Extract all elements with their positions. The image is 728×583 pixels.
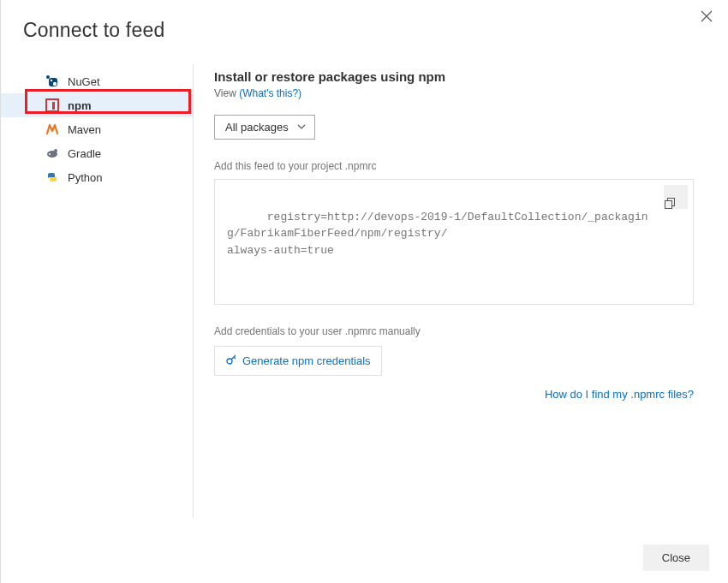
svg-point-1 (46, 75, 50, 79)
find-npmrc-help-link[interactable]: How do I find my .npmrc files? (545, 388, 694, 401)
nuget-icon (45, 74, 59, 88)
sidebar-item-label: Maven (68, 123, 101, 136)
main-heading: Install or restore packages using npm (214, 69, 694, 84)
sidebar-item-nuget[interactable]: NuGet (1, 69, 193, 93)
chevron-down-icon (297, 122, 306, 133)
svg-point-8 (49, 153, 51, 155)
npm-icon (45, 98, 59, 112)
generate-credentials-label: Generate npm credentials (242, 354, 371, 367)
sidebar-item-npm[interactable]: npm (1, 93, 193, 117)
packages-dropdown[interactable]: All packages (214, 115, 315, 140)
npmrc-code-block: registry=http://devops-2019-1/DefaultCol… (214, 179, 694, 305)
main-panel: Install or restore packages using npm Vi… (194, 64, 728, 518)
svg-point-2 (53, 82, 57, 86)
sidebar-item-label: npm (68, 99, 91, 112)
close-button[interactable]: Close (643, 544, 709, 571)
dialog-title: Connect to feed (1, 0, 728, 42)
svg-point-7 (54, 149, 57, 152)
whats-this-link[interactable]: (What's this?) (239, 87, 301, 99)
generate-credentials-button[interactable]: Generate npm credentials (214, 346, 382, 376)
section-label-project-npmrc: Add this feed to your project .npmrc (214, 160, 694, 172)
sidebar-item-label: NuGet (68, 75, 100, 88)
python-icon (45, 170, 59, 184)
view-subline: View (What's this?) (214, 87, 694, 99)
svg-rect-10 (665, 200, 672, 208)
section-label-user-npmrc: Add credentials to your user .npmrc manu… (214, 325, 694, 337)
sidebar-item-label: Gradle (68, 147, 101, 160)
svg-rect-5 (52, 102, 55, 110)
svg-point-3 (51, 80, 52, 81)
code-text: registry=http://devops-2019-1/DefaultCol… (227, 211, 648, 257)
sidebar-item-label: Python (68, 171, 102, 184)
sidebar-item-maven[interactable]: Maven (1, 117, 193, 141)
close-icon[interactable] (697, 7, 716, 28)
key-icon (225, 354, 237, 368)
copy-icon (664, 164, 688, 231)
sidebar-item-gradle[interactable]: Gradle (1, 141, 193, 165)
copy-button[interactable] (664, 185, 688, 209)
dropdown-selected-label: All packages (225, 121, 289, 134)
view-label: View (214, 87, 236, 99)
gradle-icon (45, 146, 59, 160)
maven-icon (45, 122, 59, 136)
sidebar: NuGet npm Maven Gradle Python (1, 64, 194, 518)
sidebar-item-python[interactable]: Python (1, 165, 193, 189)
